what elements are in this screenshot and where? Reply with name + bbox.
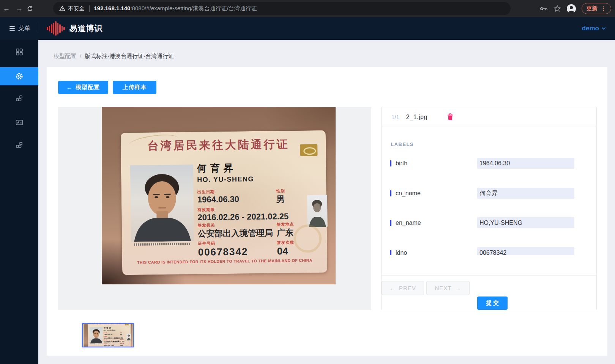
menu-toggle[interactable]: 菜单 [9, 25, 30, 33]
bookmark-star-icon[interactable] [554, 5, 561, 13]
profile-avatar-icon[interactable] [566, 4, 576, 14]
omnibox-divider [89, 5, 90, 12]
card-ghost-photo [307, 195, 328, 228]
back-button-label: 模型配置 [76, 84, 100, 91]
blocks-icon [16, 141, 23, 149]
labels-panel: 1/1 2_1.jpg LABELS birth 1964.06.30 cn_n… [381, 107, 597, 310]
browser-reload-icon[interactable] [27, 5, 39, 12]
card-authority-value: 公安部出入境管理局 [104, 340, 120, 343]
card-idno-value: 00678342 [198, 246, 248, 258]
card-place-value: 广东 [120, 340, 124, 343]
card-en-name: HO. YU-SHENG [197, 175, 254, 184]
card-place-value: 广东 [277, 227, 293, 239]
field-marker-bar [390, 190, 391, 196]
warning-icon [59, 6, 65, 11]
next-arrow-icon: → [455, 285, 461, 291]
travel-permit-card: 台湾居民来往大陆通行证 何育昇 [121, 130, 328, 275]
image-viewer: 台湾居民来往大陆通行证 何育昇 [58, 107, 371, 310]
submit-button[interactable]: 提 交 [477, 297, 508, 310]
password-key-icon[interactable] [540, 6, 548, 11]
user-menu[interactable]: demo [582, 25, 606, 32]
main-container: ← 模型配置 上传样本 台湾居民来往大陆通行证 [47, 67, 607, 356]
card-cn-name: 何育昇 [197, 162, 237, 175]
next-button-label: NEXT [435, 285, 451, 291]
prev-button-label: PREV [399, 285, 416, 291]
upload-button-label: 上传样本 [123, 84, 147, 91]
card-validity-value: 2016.02.26 - 2021.02.25 [197, 212, 289, 223]
panel-header: 1/1 2_1.jpg [382, 107, 596, 127]
more-menu-icon[interactable]: ⋮ [601, 5, 606, 12]
breadcrumb-section[interactable]: 模型配置 [54, 53, 76, 60]
card-portrait-photo [90, 327, 103, 344]
sidebar-item-tasks[interactable] [0, 136, 38, 154]
card-ghost-photo [127, 334, 131, 340]
field-row-idno: idno 00678342 [382, 247, 596, 255]
back-arrow-icon: ← [66, 84, 73, 91]
field-marker-bar [390, 220, 391, 226]
address-bar[interactable]: 不安全 192.168.1.140:8080/#/example-setting… [53, 2, 511, 15]
field-name: en_name [390, 217, 421, 228]
upload-sample-button[interactable]: 上传样本 [113, 81, 156, 94]
field-value-input[interactable]: 00678342 [477, 247, 574, 255]
travel-permit-card: 台湾居民来往大陆通行证 何育昇 [87, 323, 131, 347]
gear-icon [15, 72, 24, 80]
browser-back-icon[interactable]: ← [0, 5, 13, 13]
image-pager: 1/1 [391, 114, 399, 120]
portrait-caption-strip [90, 344, 102, 344]
sidebar-item-model-config[interactable] [0, 67, 38, 85]
field-name: cn_name [390, 188, 421, 199]
brand-logo-icon [47, 21, 65, 36]
delete-image-button[interactable] [447, 113, 453, 121]
chrome-update-button[interactable]: 更新 ⋮ [582, 3, 611, 14]
thumbnail-item[interactable]: 台湾居民来往大陆通行证 何育昇 [82, 323, 134, 347]
prev-image-button[interactable]: ← PREV [382, 281, 424, 295]
field-name: birth [390, 158, 407, 169]
card-gender-value: 男 [276, 194, 285, 205]
card-footer-text: THIS CARD IS INTENDED FOR ITS HOLDER TO … [88, 347, 131, 347]
url-path: :8080/#/example-setting/港澳台通行证/台湾通行证 [130, 5, 257, 11]
fields-scroll-area[interactable]: LABELS birth 1964.06.30 cn_name 何育昇 en_n… [382, 127, 596, 255]
sidebar-item-recognition[interactable] [0, 113, 38, 132]
card-birth-value: 1964.06.30 [197, 195, 239, 205]
card-birth-label: 出生日期 [197, 189, 215, 195]
back-to-config-button[interactable]: ← 模型配置 [58, 81, 108, 94]
trash-icon [447, 113, 453, 121]
field-value-input[interactable]: 1964.06.30 [477, 158, 574, 169]
card-place-label: 签发地点 [277, 222, 294, 228]
blocks-icon [16, 94, 23, 102]
field-marker-bar [390, 250, 391, 256]
sidebar-item-modules[interactable] [0, 89, 38, 107]
app-header: 菜单 易道博识 demo [0, 17, 615, 40]
update-label: 更新 [587, 5, 598, 12]
browser-forward-icon[interactable]: → [13, 5, 26, 13]
field-value-input[interactable]: HO,YU-SHENG [477, 217, 574, 228]
security-indicator[interactable]: 不安全 [59, 5, 85, 12]
field-marker-bar [390, 160, 391, 166]
browser-toolbar: ← → 不安全 192.168.1.140:8080/#/example-set… [0, 0, 615, 17]
id-card-icon [16, 119, 23, 126]
user-menu-label: demo [582, 25, 599, 32]
sidebar-item-dashboard[interactable] [0, 43, 38, 61]
card-en-name: HO. YU-SHENG [104, 329, 115, 331]
card-authority-value: 公安部出入境管理局 [198, 227, 273, 239]
breadcrumb-current: 版式标注-港澳台通行证-台湾通行证 [85, 53, 174, 60]
card-gender-value: 男 [120, 333, 122, 336]
card-footer-text: THIS CARD IS INTENDED FOR ITS HOLDER TO … [122, 258, 327, 265]
card-emblem-icon [300, 144, 317, 156]
card-authority-label: 签发机关 [198, 223, 215, 228]
card-gender-label: 性别 [276, 188, 285, 194]
portrait-caption-strip [134, 243, 191, 246]
breadcrumb-separator: / [80, 53, 81, 60]
url-host: 192.168.1.140 [94, 5, 131, 11]
labels-heading: LABELS [391, 141, 414, 147]
thumbnail-scene-slot: 台湾居民来往大陆通行证 何育昇 [84, 323, 132, 347]
menu-label: 菜单 [18, 25, 30, 33]
card-birth-value: 1964.06.30 [104, 333, 112, 336]
field-name: idno [390, 247, 407, 255]
card-count-value: 04 [277, 245, 288, 257]
next-image-button[interactable]: NEXT → [426, 281, 470, 295]
card-title: 台湾居民来往大陆通行证 [138, 137, 299, 154]
field-value-input[interactable]: 何育昇 [477, 188, 574, 199]
card-idno-value: 00678342 [104, 344, 114, 347]
card-count-label: 签发次数 [277, 240, 294, 246]
